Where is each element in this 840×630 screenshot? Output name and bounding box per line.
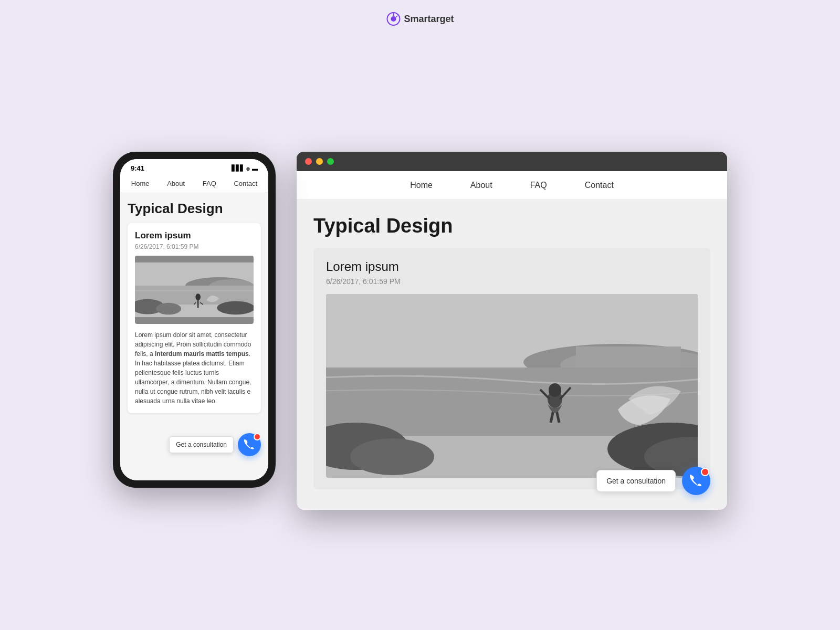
phone-float-area: Get a consultation bbox=[128, 433, 261, 456]
phone-card-text: Lorem ipsum dolor sit amet, consectetur … bbox=[135, 330, 254, 406]
desktop-float-area: Get a consultation bbox=[596, 467, 710, 495]
phone-card: Lorem ipsum 6/26/2017, 6:01:59 PM bbox=[128, 223, 261, 413]
phone-screen: 9:41 ▋▋▋ ⌾ ▬ Home About FAQ Contact Typi… bbox=[120, 159, 268, 480]
smartarget-logo-icon bbox=[386, 12, 401, 26]
desktop-nav: Home About FAQ Contact bbox=[297, 171, 727, 200]
traffic-light-yellow[interactable] bbox=[316, 158, 323, 165]
battery-icon: ▬ bbox=[252, 165, 258, 172]
svg-line-3 bbox=[395, 16, 397, 17]
desktop-fab-button[interactable] bbox=[682, 467, 710, 495]
desktop-card-title: Lorem ipsum bbox=[326, 259, 698, 274]
top-logo: Smartarget bbox=[386, 12, 454, 26]
svg-rect-20 bbox=[576, 346, 681, 368]
svg-point-10 bbox=[156, 303, 181, 314]
phone-nav-contact[interactable]: Contact bbox=[230, 178, 260, 188]
desktop-mockup: Home About FAQ Contact Typical Design Lo… bbox=[297, 152, 727, 510]
desktop-screen: Home About FAQ Contact Typical Design Lo… bbox=[297, 171, 727, 510]
phone-consultation-tooltip[interactable]: Get a consultation bbox=[169, 436, 234, 453]
phone-fab-button[interactable] bbox=[238, 433, 261, 456]
phone-mockup: 9:41 ▋▋▋ ⌾ ▬ Home About FAQ Contact Typi… bbox=[113, 152, 276, 488]
traffic-light-green[interactable] bbox=[327, 158, 334, 165]
phone-nav: Home About FAQ Contact bbox=[120, 174, 268, 193]
desktop-nav-faq[interactable]: FAQ bbox=[522, 178, 555, 192]
svg-rect-8 bbox=[135, 290, 254, 291]
phone-nav-about[interactable]: About bbox=[164, 178, 188, 188]
phone-status-icons: ▋▋▋ ⌾ ▬ bbox=[232, 165, 258, 172]
signal-icon: ▋▋▋ bbox=[232, 165, 244, 172]
desktop-nav-contact[interactable]: Contact bbox=[576, 178, 622, 192]
desktop-fab-icon bbox=[689, 474, 703, 488]
desktop-card-image bbox=[326, 294, 698, 478]
phone-card-image bbox=[135, 256, 254, 324]
phone-card-title: Lorem ipsum bbox=[135, 230, 254, 241]
svg-point-12 bbox=[195, 293, 201, 300]
desktop-card: Lorem ipsum 6/26/2017, 6:01:59 PM bbox=[313, 248, 710, 489]
svg-point-11 bbox=[217, 301, 254, 315]
desktop-page-title: Typical Design bbox=[313, 215, 710, 237]
desktop-consultation-tooltip[interactable]: Get a consultation bbox=[596, 470, 676, 492]
phone-page-title: Typical Design bbox=[128, 201, 261, 217]
phone-card-date: 6/26/2017, 6:01:59 PM bbox=[135, 243, 254, 250]
mockups-container: 9:41 ▋▋▋ ⌾ ▬ Home About FAQ Contact Typi… bbox=[113, 152, 727, 510]
wifi-icon: ⌾ bbox=[246, 165, 250, 172]
phone-content: Typical Design Lorem ipsum 6/26/2017, 6:… bbox=[120, 193, 268, 480]
svg-point-23 bbox=[350, 438, 434, 475]
phone-fab-icon bbox=[244, 439, 255, 450]
svg-point-27 bbox=[549, 383, 561, 397]
traffic-light-red[interactable] bbox=[305, 158, 312, 165]
desktop-content: Typical Design Lorem ipsum 6/26/2017, 6:… bbox=[297, 200, 727, 510]
svg-point-1 bbox=[391, 16, 396, 22]
desktop-card-date: 6/26/2017, 6:01:59 PM bbox=[326, 277, 698, 286]
desktop-nav-about[interactable]: About bbox=[462, 178, 501, 192]
logo-text: Smartarget bbox=[404, 14, 454, 25]
desktop-nav-home[interactable]: Home bbox=[402, 178, 441, 192]
phone-nav-home[interactable]: Home bbox=[128, 178, 153, 188]
phone-nav-faq[interactable]: FAQ bbox=[200, 178, 219, 188]
phone-time: 9:41 bbox=[131, 164, 144, 172]
phone-status-bar: 9:41 ▋▋▋ ⌾ ▬ bbox=[120, 159, 268, 174]
desktop-title-bar bbox=[297, 152, 727, 171]
